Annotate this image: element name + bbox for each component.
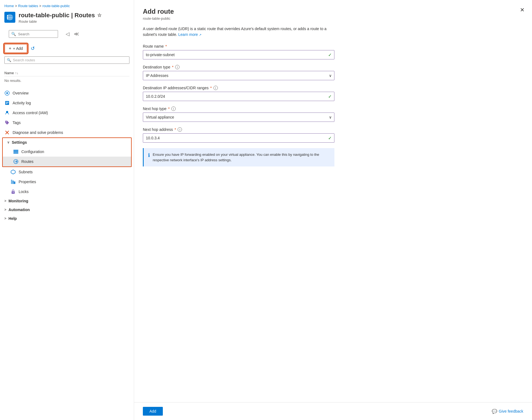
automation-section[interactable]: > Automation	[0, 205, 134, 214]
help-label: Help	[8, 216, 17, 221]
help-chevron: >	[4, 217, 6, 220]
resource-subtitle: Route table	[19, 19, 102, 24]
required-indicator: *	[165, 44, 167, 48]
next-hop-type-wrapper: Virtual appliance ∨	[143, 113, 334, 122]
collapse-button[interactable]: ◁	[65, 30, 71, 38]
monitoring-chevron: >	[4, 199, 6, 203]
svg-rect-20	[14, 182, 15, 184]
configuration-icon	[13, 149, 19, 154]
panel-subtitle: route-table-public	[143, 16, 523, 21]
destination-type-info-icon[interactable]: i	[175, 65, 180, 69]
subnets-label: Subnets	[19, 170, 33, 174]
destination-ip-wrapper: ✓	[143, 92, 334, 101]
external-link-icon: ↗	[199, 33, 201, 36]
no-results-text: No results.	[4, 76, 129, 85]
required-indicator3: *	[210, 86, 212, 90]
expand-button[interactable]: ≪	[73, 30, 80, 38]
close-button[interactable]: ✕	[518, 5, 527, 14]
next-hop-address-info-icon[interactable]: i	[178, 127, 182, 132]
destination-ip-input[interactable]	[143, 92, 334, 101]
access-control-label: Access control (IAM)	[13, 111, 48, 115]
breadcrumb-sep2: >	[39, 4, 41, 8]
routes-label: Routes	[21, 159, 33, 164]
sidebar-item-properties[interactable]: Properties	[0, 177, 134, 187]
settings-chevron: ∨	[7, 140, 10, 144]
learn-more-link[interactable]: Learn more ↗	[178, 32, 201, 37]
svg-rect-19	[13, 181, 14, 184]
description-text: A user defined route (UDR) is a static r…	[143, 26, 334, 38]
feedback-label: Give feedback	[499, 409, 524, 413]
nav-menu: Overview Activity log Acc	[0, 86, 134, 420]
required-indicator2: *	[172, 65, 173, 69]
sidebar-item-locks[interactable]: Locks	[0, 187, 134, 197]
breadcrumb-home[interactable]: Home	[4, 4, 14, 8]
routes-search-box[interactable]: 🔍 Search routes	[4, 56, 129, 64]
next-hop-type-select[interactable]: Virtual appliance	[143, 113, 334, 122]
next-hop-address-label: Next hop address * i	[143, 127, 334, 132]
activity-log-icon	[4, 100, 10, 106]
sidebar-item-configuration[interactable]: Configuration	[3, 147, 131, 157]
svg-rect-8	[6, 103, 8, 103]
breadcrumb: Home > Route tables > route-table-public	[0, 0, 134, 10]
breadcrumb-sep1: >	[15, 4, 17, 8]
breadcrumb-route-tables[interactable]: Route tables	[18, 4, 38, 8]
configuration-label: Configuration	[21, 149, 44, 154]
nav-search-box[interactable]: 🔍	[9, 30, 58, 38]
sort-icon[interactable]: ↑↓	[15, 71, 18, 75]
route-table-icon	[6, 13, 14, 21]
destination-type-select[interactable]: IP Addresses	[143, 71, 334, 80]
sidebar-item-overview[interactable]: Overview	[0, 88, 134, 98]
info-message-box: ℹ Ensure you have IP forwarding enabled …	[143, 148, 334, 166]
next-hop-type-info-icon[interactable]: i	[171, 107, 176, 111]
add-footer-button[interactable]: Add	[143, 407, 163, 416]
monitoring-section[interactable]: > Monitoring	[0, 197, 134, 205]
sidebar-item-activity-log[interactable]: Activity log	[0, 98, 134, 108]
next-hop-type-group: Next hop type * i Virtual appliance ∨	[143, 107, 334, 122]
info-box-icon: ℹ	[148, 152, 150, 158]
route-name-valid-icon: ✓	[328, 52, 332, 57]
settings-section[interactable]: ∨ Settings	[3, 138, 131, 147]
svg-rect-7	[6, 102, 8, 102]
settings-label: Settings	[12, 140, 27, 145]
name-column: Name	[4, 71, 14, 75]
route-name-input[interactable]	[143, 50, 334, 59]
help-section[interactable]: > Help	[0, 214, 134, 223]
next-hop-address-input[interactable]	[143, 133, 334, 143]
svg-rect-18	[11, 180, 12, 184]
locks-label: Locks	[19, 189, 29, 194]
route-name-group: Route name * ✓	[143, 44, 334, 59]
search-routes-placeholder: Search routes	[13, 58, 35, 62]
breadcrumb-resource[interactable]: route-table-public	[42, 4, 70, 8]
diagnose-icon	[4, 130, 10, 135]
svg-rect-9	[6, 103, 7, 104]
feedback-link[interactable]: 💬 Give feedback	[492, 409, 524, 414]
sidebar-item-access-control[interactable]: Access control (IAM)	[0, 108, 134, 118]
refresh-button[interactable]: ↺	[30, 44, 36, 53]
search-input[interactable]	[18, 32, 56, 36]
route-name-wrapper: ✓	[143, 50, 334, 59]
sidebar-item-tags[interactable]: Tags	[0, 118, 134, 128]
routes-table-header: Name ↑↓	[4, 70, 129, 76]
properties-label: Properties	[19, 180, 36, 184]
destination-type-group: Destination type * i IP Addresses ∨	[143, 65, 334, 80]
svg-point-2	[7, 17, 8, 18]
svg-rect-13	[13, 150, 18, 151]
destination-ip-info-icon[interactable]: i	[213, 86, 218, 90]
next-hop-address-group: Next hop address * i ✓	[143, 127, 334, 143]
resource-header: route-table-public | Routes ☆ Route tabl…	[0, 10, 134, 27]
sidebar-item-subnets[interactable]: Subnets	[0, 167, 134, 177]
overview-icon	[4, 90, 10, 96]
left-panel: Home > Route tables > route-table-public…	[0, 0, 134, 420]
destination-type-label: Destination type * i	[143, 65, 334, 69]
destination-type-wrapper: IP Addresses ∨	[143, 71, 334, 80]
properties-icon	[10, 179, 16, 185]
favorite-icon[interactable]: ☆	[97, 12, 102, 18]
sidebar-item-diagnose[interactable]: Diagnose and solve problems	[0, 128, 134, 137]
add-label: + Add	[13, 46, 23, 51]
search-routes-icon: 🔍	[7, 58, 11, 62]
sidebar-item-routes[interactable]: Routes	[3, 157, 131, 166]
svg-point-22	[13, 192, 13, 193]
automation-chevron: >	[4, 208, 6, 212]
add-button[interactable]: + + Add	[4, 44, 27, 53]
locks-icon	[10, 189, 16, 194]
